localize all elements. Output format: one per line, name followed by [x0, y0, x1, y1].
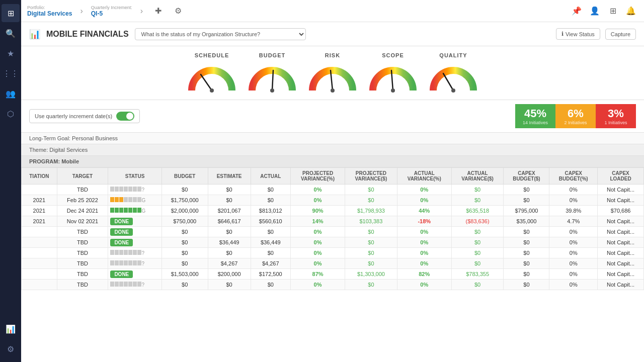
cell-proj-var-pct: 0% [291, 248, 345, 258]
cell-tiation [22, 237, 57, 248]
cell-act-var-pct: 0% [397, 195, 451, 206]
cell-proj-var-dollar: $0 [345, 280, 397, 290]
sidebar-search-icon[interactable]: 🔍 [2, 24, 20, 42]
cell-status: G [108, 195, 162, 206]
view-status-icon: ℹ [561, 31, 564, 37]
cell-proj-var-pct: 87% [291, 269, 345, 280]
sidebar-people-icon[interactable]: 👥 [2, 84, 20, 103]
cell-proj-var-dollar: $0 [345, 237, 397, 248]
cell-capex-budget: $0 [504, 185, 549, 195]
gauge-risk-label: RISK [325, 52, 340, 58]
quarterly-breadcrumb[interactable]: Quarterly Increment: QI-5 [91, 5, 132, 17]
cell-capex-budget: $0 [504, 227, 549, 237]
cell-status: ? [108, 185, 162, 195]
cell-capex-loaded: $70,686 [598, 206, 644, 216]
cell-actual: $4,267 [251, 258, 291, 269]
gauge-schedule-label: SCHEDULE [195, 52, 229, 58]
cell-act-var-dollar: $0 [451, 195, 504, 206]
cell-act-var-dollar: $0 [451, 258, 504, 269]
cell-proj-var-pct: 0% [291, 258, 345, 269]
sidebar-chart-icon[interactable]: 📊 [2, 320, 20, 338]
cell-status: ? [108, 258, 162, 269]
th-capex-budget-pct: CAPEXBUDGET(%) [549, 168, 598, 185]
portfolio-breadcrumb[interactable]: Portfolio: Digital Services [27, 5, 72, 17]
sidebar-flow-icon[interactable]: ⋮⋮ [2, 64, 20, 82]
cell-act-var-dollar: $0 [451, 280, 504, 290]
cell-proj-var-pct: 0% [291, 185, 345, 195]
view-status-button[interactable]: ℹ View Status [556, 28, 600, 40]
cell-tiation [22, 248, 57, 258]
gauge-section: SCHEDULE [21, 46, 644, 100]
toggle-switch[interactable] [116, 112, 134, 121]
cell-status: DONE [108, 269, 162, 280]
summary-green-pct: 45% [522, 107, 548, 120]
svg-line-8 [443, 73, 453, 90]
summary-card-green: 45% 14 Initiatives [515, 104, 555, 128]
table-row: 2021 Dec 24 2021 G $2,000,000 $201,067 $… [22, 206, 644, 216]
cell-estimate: $0 [208, 227, 251, 237]
table-row: TBD DONE $0 $36,449 $36,449 0% $0 0% $0 … [22, 237, 644, 248]
cell-budget: $0 [162, 280, 208, 290]
svg-point-1 [210, 88, 214, 93]
cell-estimate: $4,267 [208, 258, 251, 269]
left-sidebar: ⊞ 🔍 ★ ⋮⋮ 👥 ⬡ 📊 ⚙ [0, 0, 21, 362]
cell-act-var-pct: 44% [397, 206, 451, 216]
svg-point-9 [451, 88, 455, 93]
user-icon[interactable]: 👤 [588, 4, 602, 18]
sidebar-star-icon[interactable]: ★ [2, 44, 20, 62]
cell-capex-pct: 0% [549, 269, 598, 280]
cell-tiation [22, 269, 57, 280]
cell-capex-budget: $0 [504, 248, 549, 258]
settings-button[interactable]: ⚙ [171, 4, 185, 18]
cell-proj-var-dollar: $0 [345, 185, 397, 195]
sidebar-settings-icon[interactable]: ⚙ [2, 340, 20, 358]
grid-icon[interactable]: ⊞ [606, 4, 620, 18]
page-title-icon: 📊 [29, 29, 40, 40]
cell-act-var-pct: 0% [397, 237, 451, 248]
summary-card-red: 3% 1 Initiatives [596, 104, 636, 128]
cell-proj-var-pct: 0% [291, 280, 345, 290]
cell-capex-budget: $0 [504, 237, 549, 248]
cell-actual: $0 [251, 185, 291, 195]
gauge-budget-svg [247, 60, 297, 96]
query-select[interactable]: What is the status of my Organization St… [135, 28, 306, 40]
cell-capex-pct: 0% [549, 195, 598, 206]
cell-actual: $0 [251, 280, 291, 290]
cell-act-var-dollar: $0 [451, 237, 504, 248]
cell-actual: $0 [251, 227, 291, 237]
header-query[interactable]: What is the status of my Organization St… [135, 28, 306, 40]
cell-actual: $0 [251, 248, 291, 258]
cell-status: G [108, 206, 162, 216]
summary-green-sub: 14 Initiatives [522, 120, 548, 125]
th-act-var-pct: ACTUALVARIANCE(%) [397, 168, 451, 185]
financials-table: TIATION TARGET STATUS BUDGET ESTIMATE AC… [21, 167, 644, 290]
cell-budget: $1,503,000 [162, 269, 208, 280]
gauge-risk: RISK [302, 52, 363, 96]
th-proj-var-pct: PROJECTEDVARIANCE(%) [291, 168, 345, 185]
gauge-quality-label: QUALITY [439, 52, 467, 58]
cell-act-var-dollar: $0 [451, 248, 504, 258]
toggle-section[interactable]: Use quarterly increment date(s) [29, 109, 140, 123]
sidebar-home-icon[interactable]: ⊞ [2, 4, 20, 22]
th-capex-loaded: CAPEXLOADED [598, 168, 644, 185]
cell-tiation: 2021 [22, 216, 57, 227]
cell-act-var-pct: 0% [397, 227, 451, 237]
cell-actual: $813,012 [251, 206, 291, 216]
cell-capex-budget: $0 [504, 269, 549, 280]
cell-target: Nov 02 2021 [57, 216, 108, 227]
cell-capex-loaded: Not Capit... [598, 195, 644, 206]
cell-act-var-dollar: ($83,636) [451, 216, 504, 227]
cell-proj-var-dollar: $103,383 [345, 216, 397, 227]
cell-proj-var-dollar: $0 [345, 258, 397, 269]
cell-act-var-dollar: $0 [451, 185, 504, 195]
program-header: PROGRAM: Mobile [21, 156, 644, 167]
capture-button[interactable]: Capture [605, 29, 636, 40]
add-button[interactable]: ✚ [151, 4, 165, 18]
bell-icon[interactable]: 🔔 [624, 4, 638, 18]
sidebar-org-icon[interactable]: ⬡ [2, 105, 20, 123]
pin-icon[interactable]: 📌 [570, 4, 584, 18]
table-header-row: TIATION TARGET STATUS BUDGET ESTIMATE AC… [22, 168, 644, 185]
cell-proj-var-pct: 14% [291, 216, 345, 227]
cell-target: Dec 24 2021 [57, 206, 108, 216]
gauge-schedule: SCHEDULE [182, 52, 242, 96]
